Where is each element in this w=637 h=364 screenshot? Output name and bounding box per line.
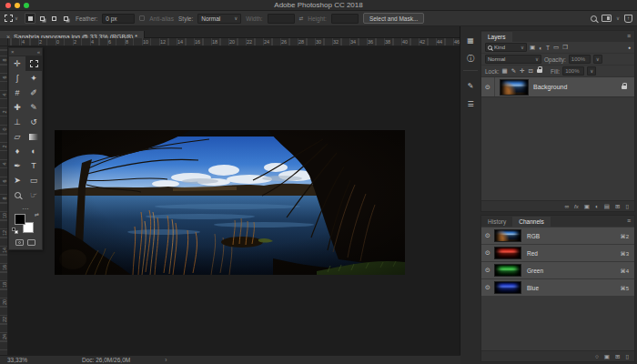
new-layer-icon[interactable]: ⊞ <box>615 203 620 210</box>
swatches-panel-icon[interactable]: ▦ <box>463 34 478 46</box>
layer-thumbnail[interactable] <box>500 79 529 96</box>
zoom-tool[interactable] <box>9 187 25 202</box>
tab-channels[interactable]: Channels <box>512 217 550 227</box>
width-input[interactable] <box>268 14 295 24</box>
healing-brush-tool[interactable]: ✚ <box>9 100 25 115</box>
hand-tool[interactable]: ☞ <box>25 187 42 202</box>
tool-preset-picker[interactable]: ∨ <box>5 15 18 22</box>
filter-toggle-icon[interactable]: ● <box>628 45 631 50</box>
fill-dropdown-icon[interactable]: ∨ <box>587 66 596 76</box>
layer-style-fx-icon[interactable]: fx <box>574 204 579 209</box>
eyedropper-tool[interactable]: ✐ <box>25 86 42 100</box>
properties-panel-icon[interactable]: ☰ <box>463 97 478 110</box>
edit-toolbar-button[interactable]: … <box>9 202 42 211</box>
vertical-ruler[interactable]: 8642024681012141618202224 <box>0 46 8 355</box>
lock-paint-icon[interactable]: ✎ <box>511 67 516 75</box>
delete-channel-icon[interactable]: ▯ <box>625 353 629 360</box>
subtract-from-selection-button[interactable] <box>48 13 59 24</box>
share-icon[interactable]: ↑ <box>624 15 632 23</box>
filter-type-layers-icon[interactable]: T <box>546 45 550 51</box>
add-layer-mask-icon[interactable]: ▣ <box>584 203 590 210</box>
intersect-selection-button[interactable] <box>60 13 71 24</box>
status-options-chevron[interactable]: › <box>165 357 167 363</box>
new-channel-icon[interactable]: ⊞ <box>615 353 620 360</box>
channel-thumbnail[interactable] <box>494 264 521 277</box>
gradient-tool[interactable] <box>25 129 42 144</box>
tab-history[interactable]: History <box>481 217 512 227</box>
layer-name[interactable]: Background <box>533 84 622 90</box>
move-tool[interactable]: ✛ <box>9 56 25 71</box>
channel-thumbnail[interactable] <box>494 247 521 259</box>
channel-row-rgb[interactable]: ⊙RGB⌘2 <box>481 228 634 244</box>
shape-tool[interactable]: ▭ <box>25 173 42 187</box>
default-colors-icon[interactable] <box>15 230 18 234</box>
save-selection-as-channel-icon[interactable]: ▣ <box>604 353 610 360</box>
horizontal-ruler[interactable]: 4202468101214161820222426283032343638404… <box>8 38 460 46</box>
path-selection-tool[interactable]: ➤ <box>9 173 25 187</box>
opacity-value[interactable]: 100% <box>569 55 591 64</box>
tab-layers[interactable]: Layers <box>481 32 512 42</box>
blend-mode-select[interactable]: Normal ∨ <box>485 55 541 64</box>
search-icon[interactable] <box>591 15 597 22</box>
channel-row-red[interactable]: ⊙Red⌘3 <box>481 245 634 261</box>
crop-tool[interactable]: # <box>9 86 25 100</box>
quick-selection-tool[interactable]: ✦ <box>25 71 42 86</box>
screen-mode-button[interactable] <box>27 239 35 246</box>
layer-visibility-eye-icon[interactable]: ⊙ <box>481 77 495 96</box>
channel-visibility-eye-icon[interactable]: ⊙ <box>481 249 494 257</box>
clone-stamp-tool[interactable]: ⊥ <box>9 115 25 129</box>
channel-row-green[interactable]: ⊙Green⌘4 <box>481 262 634 278</box>
filter-adjustment-layers-icon[interactable]: ◐ <box>539 45 542 51</box>
lock-all-icon[interactable] <box>537 69 542 73</box>
delete-layer-icon[interactable]: ▯ <box>625 203 629 210</box>
channel-thumbnail[interactable] <box>494 229 521 242</box>
history-brush-tool[interactable]: ↺ <box>25 115 42 129</box>
layer-filter-select[interactable]: Kind ∨ <box>485 43 527 52</box>
load-channel-selection-icon[interactable]: ○ <box>595 353 599 359</box>
lock-position-icon[interactable]: ✛ <box>520 67 524 75</box>
workspace-switcher-icon[interactable] <box>602 15 612 22</box>
channel-row-blue[interactable]: ⊙Blue⌘5 <box>481 279 634 296</box>
channel-visibility-eye-icon[interactable]: ⊙ <box>481 267 494 274</box>
channel-visibility-eye-icon[interactable]: ⊙ <box>481 232 494 239</box>
filter-smart-objects-icon[interactable]: ❐ <box>562 44 568 51</box>
swap-dimensions-icon[interactable]: ⇄ <box>299 15 304 21</box>
lock-transparency-icon[interactable]: ▦ <box>502 67 508 75</box>
style-select[interactable]: Normal ∨ <box>197 14 241 24</box>
close-panel-icon[interactable]: × <box>11 49 15 55</box>
channel-visibility-eye-icon[interactable]: ⊙ <box>481 284 494 291</box>
select-and-mask-button[interactable]: Select and Mask... <box>363 13 424 24</box>
add-to-selection-button[interactable] <box>36 13 47 24</box>
link-layers-icon[interactable]: ∞ <box>564 203 569 209</box>
pen-tool[interactable]: ✒ <box>9 158 25 173</box>
foreground-color-swatch[interactable] <box>15 214 25 225</box>
fill-value[interactable]: 100% <box>562 66 584 76</box>
new-group-icon[interactable]: ▤ <box>604 203 610 210</box>
new-selection-button[interactable] <box>25 13 35 24</box>
info-panel-icon[interactable]: ⓘ <box>463 52 478 65</box>
new-adjustment-layer-icon[interactable]: ◐ <box>595 203 599 209</box>
panel-menu-icon[interactable]: ≡ <box>627 33 631 39</box>
canvas-pasteboard[interactable] <box>8 46 460 355</box>
height-input[interactable] <box>331 14 359 24</box>
zoom-level-field[interactable]: 33,33% <box>7 357 27 363</box>
quick-mask-button[interactable] <box>15 239 24 246</box>
lock-artboard-icon[interactable]: ⊡ <box>529 67 533 75</box>
document-image[interactable] <box>55 130 405 275</box>
panel-menu-icon[interactable]: ≡ <box>627 217 631 224</box>
brush-tool[interactable]: ✎ <box>25 100 42 115</box>
eraser-tool[interactable]: ▱ <box>9 129 25 144</box>
channel-thumbnail[interactable] <box>494 281 521 294</box>
blur-tool[interactable]: ♦ <box>9 144 25 158</box>
filter-pixel-layers-icon[interactable]: ▣ <box>530 44 535 51</box>
type-tool[interactable]: T <box>25 158 42 173</box>
filter-shape-layers-icon[interactable]: ▭ <box>553 44 559 51</box>
background-lock-icon[interactable] <box>622 86 627 89</box>
brush-settings-panel-icon[interactable]: ✎ <box>463 79 478 92</box>
lasso-tool[interactable]: ʃ <box>9 71 25 86</box>
opacity-dropdown-icon[interactable]: ∨ <box>593 55 602 64</box>
collapse-panel-icon[interactable]: « <box>37 49 40 55</box>
dodge-tool[interactable]: ◐ <box>25 144 42 158</box>
swap-colors-icon[interactable]: ⇄ <box>35 211 39 217</box>
feather-input[interactable]: 0 px <box>102 14 135 24</box>
